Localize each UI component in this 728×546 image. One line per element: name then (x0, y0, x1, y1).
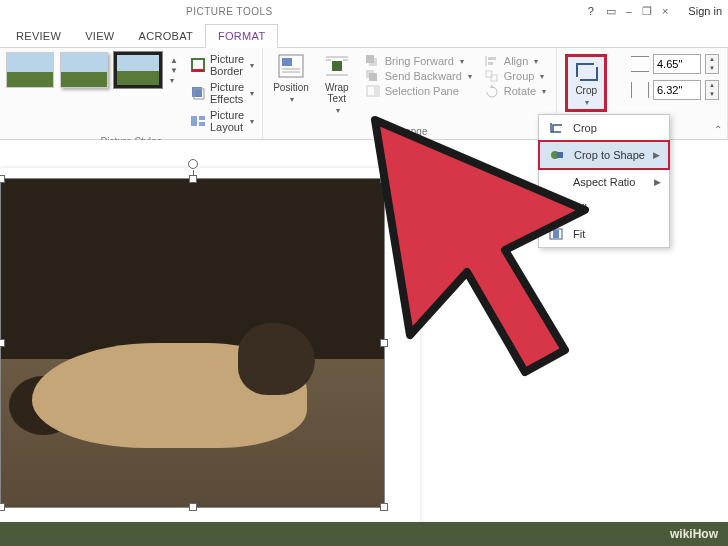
dropdown-icon: ▾ (290, 95, 294, 104)
crop-menu-shape-label: Crop to Shape (574, 149, 645, 161)
tab-acrobat[interactable]: ACROBAT (127, 25, 205, 47)
picture-style-thumb[interactable] (6, 52, 54, 88)
ribbon-options-icon[interactable]: ▭ (606, 5, 616, 18)
svg-rect-1 (192, 69, 204, 72)
bring-forward-icon (365, 54, 381, 68)
height-spinner[interactable]: ▲▼ (705, 54, 719, 74)
rotate-label: Rotate (504, 85, 536, 97)
svg-rect-21 (374, 86, 379, 96)
svg-marker-27 (490, 85, 494, 88)
selection-pane-label: Selection Pane (385, 85, 459, 97)
fit-icon (547, 226, 565, 242)
resize-handle[interactable] (189, 503, 197, 511)
selection-pane-button[interactable]: Selection Pane (365, 84, 472, 98)
dropdown-icon: ▾ (336, 106, 340, 115)
wrap-text-button[interactable]: Wrap Text ▾ (317, 52, 357, 115)
svg-rect-8 (282, 58, 292, 66)
dropdown-icon: ▾ (468, 72, 472, 81)
svg-rect-4 (191, 116, 197, 126)
resize-handle[interactable] (0, 339, 5, 347)
crop-icon (574, 59, 598, 83)
crop-label: Crop (575, 85, 597, 96)
crop-dropdown-menu: Crop Crop to Shape ▶ Aspect Ratio ▶ Fill… (538, 114, 670, 248)
tab-format[interactable]: FORMAT (205, 24, 278, 48)
crop-menu-fill[interactable]: Fill (539, 195, 669, 221)
selected-picture[interactable] (0, 178, 385, 508)
tab-view[interactable]: VIEW (73, 25, 126, 47)
svg-rect-31 (552, 205, 560, 211)
position-button[interactable]: Position ▾ (269, 52, 313, 104)
gallery-up-icon[interactable]: ▲ (170, 56, 178, 65)
resize-handle[interactable] (0, 175, 5, 183)
fill-icon (547, 200, 565, 216)
crop-menu-crop-to-shape[interactable]: Crop to Shape ▶ (538, 140, 670, 170)
crop-menu-aspect-ratio[interactable]: Aspect Ratio ▶ (539, 169, 669, 195)
help-icon[interactable]: ? (588, 5, 594, 17)
svg-rect-24 (488, 62, 493, 65)
group-label-arrange: Arrange (269, 124, 550, 137)
title-bar: PICTURE TOOLS ? ▭ – ❐ × Sign in (0, 0, 728, 22)
picture-effects-icon (190, 85, 206, 101)
svg-rect-17 (366, 55, 374, 63)
aspect-ratio-icon (547, 174, 565, 190)
picture-layout-label: Picture Layout (210, 109, 244, 133)
crop-menu-fit[interactable]: Fit (539, 221, 669, 247)
gallery-down-icon[interactable]: ▼ (170, 66, 178, 75)
group-label: Group (504, 70, 535, 82)
resize-handle[interactable] (0, 503, 5, 511)
submenu-arrow-icon: ▶ (653, 150, 660, 160)
width-input[interactable] (653, 80, 701, 100)
close-icon[interactable]: × (662, 5, 668, 17)
crop-button[interactable]: Crop ▾ (565, 54, 607, 112)
send-backward-label: Send Backward (385, 70, 462, 82)
send-backward-button[interactable]: Send Backward ▾ (365, 69, 472, 83)
position-label: Position (273, 82, 309, 93)
minimize-icon[interactable]: – (626, 5, 632, 17)
svg-rect-19 (369, 73, 377, 81)
resize-handle[interactable] (380, 503, 388, 511)
restore-icon[interactable]: ❐ (642, 5, 652, 18)
resize-handle[interactable] (380, 339, 388, 347)
dropdown-icon: ▾ (460, 57, 464, 66)
resize-handle[interactable] (189, 175, 197, 183)
picture-style-thumb[interactable] (114, 52, 162, 88)
picture-layout-icon (190, 113, 206, 129)
svg-rect-33 (553, 230, 559, 238)
picture-border-label: Picture Border (210, 53, 244, 77)
picture-style-thumb[interactable] (60, 52, 108, 88)
resize-handle[interactable] (380, 175, 388, 183)
bring-forward-button[interactable]: Bring Forward ▾ (365, 54, 472, 68)
tab-review[interactable]: REVIEW (4, 25, 73, 47)
crop-icon (547, 120, 565, 136)
dropdown-icon: ▾ (540, 72, 544, 81)
dropdown-icon: ▾ (585, 98, 589, 107)
align-icon (484, 54, 500, 68)
gallery-more-icon[interactable]: ▾ (170, 76, 178, 85)
selection-pane-icon (365, 84, 381, 98)
picture-layout-button[interactable]: Picture Layout ▾ (188, 108, 256, 134)
group-button[interactable]: Group ▾ (484, 69, 546, 83)
rotate-button[interactable]: Rotate ▾ (484, 84, 546, 98)
height-input[interactable] (653, 54, 701, 74)
page (0, 168, 420, 546)
svg-rect-23 (488, 57, 496, 60)
svg-rect-11 (332, 61, 342, 71)
picture-border-button[interactable]: Picture Border ▾ (188, 52, 256, 78)
dropdown-icon: ▾ (250, 89, 254, 98)
position-icon (275, 52, 307, 80)
rotation-handle[interactable] (188, 159, 198, 169)
picture-content (1, 179, 384, 507)
align-button[interactable]: Align ▾ (484, 54, 546, 68)
group-icon (484, 69, 500, 83)
crop-menu-fill-label: Fill (573, 202, 587, 214)
width-spinner[interactable]: ▲▼ (705, 80, 719, 100)
collapse-ribbon-icon[interactable]: ⌃ (714, 124, 722, 135)
crop-menu-crop[interactable]: Crop (539, 115, 669, 141)
wrap-text-label: Wrap Text (325, 82, 349, 104)
crop-menu-crop-label: Crop (573, 122, 597, 134)
picture-effects-button[interactable]: Picture Effects ▾ (188, 80, 256, 106)
sign-in-link[interactable]: Sign in (688, 5, 722, 17)
crop-to-shape-icon (548, 147, 566, 163)
width-icon (631, 82, 649, 98)
svg-rect-29 (557, 152, 563, 158)
